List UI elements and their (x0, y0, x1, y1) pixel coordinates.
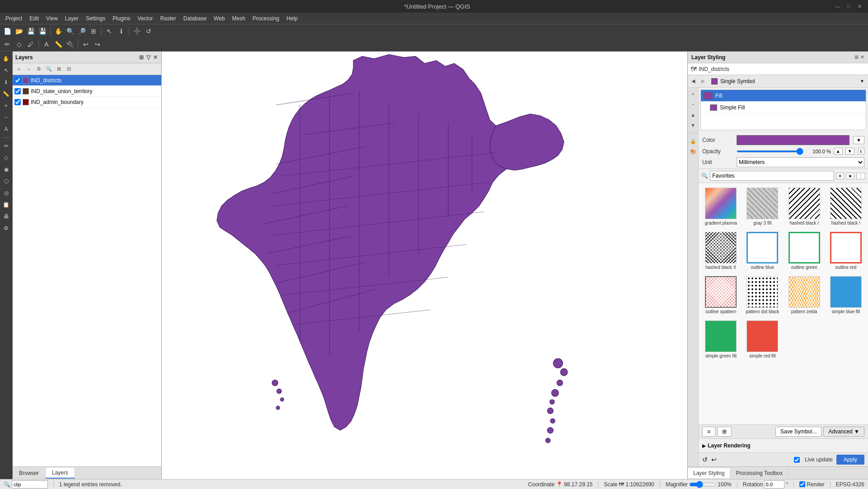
open-btn[interactable]: 📂 (14, 26, 24, 37)
color-picker-btn[interactable]: ▼ (853, 136, 864, 144)
expand-all-btn[interactable]: ⊞ (54, 65, 63, 74)
menu-item-processing[interactable]: Processing (249, 14, 283, 23)
menu-item-database[interactable]: Database (180, 14, 210, 23)
zoom-out-btn[interactable]: 🔎 (76, 26, 87, 37)
maximize-button[interactable]: □ (845, 2, 853, 10)
forward-icon[interactable]: ▶ (701, 78, 709, 84)
menu-item-project[interactable]: Project (2, 14, 26, 23)
layers-filter-icon[interactable]: ⊞ (138, 54, 145, 61)
layer-item-2[interactable]: IND_admin_boundary (13, 97, 161, 108)
sym-cell-7[interactable]: outline red (826, 230, 865, 272)
opacity-down-btn[interactable]: ▼ (845, 148, 854, 155)
float-icon[interactable]: ⊞ (854, 54, 859, 60)
render-checkbox[interactable] (799, 481, 805, 487)
move-down-btn[interactable]: ▼ (689, 121, 698, 130)
layer-styling-tab[interactable]: Layer Styling (688, 468, 730, 478)
edit-btn[interactable]: ✏ (2, 39, 13, 50)
node-tool[interactable]: ◇ (1, 152, 12, 163)
zoom-full-btn[interactable]: ⊞ (88, 26, 99, 37)
close-button[interactable]: ✕ (855, 2, 863, 10)
edit-feature-tool[interactable]: ✏ (1, 141, 12, 151)
redo-btn[interactable]: ↪ (92, 39, 103, 50)
sym-cell-5[interactable]: outline blue (743, 230, 782, 272)
layer-item-1[interactable]: IND_state_union_territory (13, 86, 161, 97)
print-tool[interactable]: 🖶 (1, 211, 12, 222)
label-tool[interactable]: A (1, 124, 12, 135)
layer-rendering-header[interactable]: ▶ Layer Rendering (702, 442, 864, 450)
sym-cell-11[interactable]: simple blue fill (826, 274, 865, 316)
refresh-icon[interactable]: ↺ (702, 456, 708, 463)
map-canvas[interactable] (162, 52, 687, 479)
select-btn[interactable]: ↖ (104, 26, 115, 37)
undo-btn[interactable]: ↩ (80, 39, 91, 50)
menu-item-layer[interactable]: Layer (61, 14, 82, 23)
sym-cell-8[interactable]: outline xpattern (701, 274, 740, 316)
remove-layer-btn[interactable]: − (24, 65, 33, 74)
window-controls[interactable]: — □ ✕ (834, 2, 863, 10)
advanced-btn[interactable]: Advanced ▼ (823, 427, 864, 437)
menu-item-settings[interactable]: Settings (82, 14, 109, 23)
menu-item-edit[interactable]: Edit (26, 14, 42, 23)
add-layer-btn2[interactable]: + (14, 65, 23, 74)
menu-item-mesh[interactable]: Mesh (229, 14, 249, 23)
close-right-icon[interactable]: ✕ (860, 54, 864, 60)
map-area[interactable] (162, 52, 687, 479)
save-as-btn[interactable]: 💾 (37, 26, 48, 37)
opacity-up-btn[interactable]: ▲ (834, 148, 843, 155)
layers-close-icon[interactable]: ✕ (152, 54, 159, 61)
pan-btn[interactable]: ✋ (53, 26, 64, 37)
symbol-search-input[interactable] (710, 171, 834, 181)
remove-symbol-btn[interactable]: − (689, 100, 698, 109)
zoom-in-btn[interactable]: 🔍 (65, 26, 75, 37)
rotation-input[interactable] (764, 480, 784, 489)
label-btn[interactable]: A (41, 39, 52, 50)
symbol-type-dropdown-icon[interactable]: ▼ (860, 79, 864, 84)
save-symbol-btn[interactable]: Save Symbol... (775, 427, 822, 437)
node-btn[interactable]: ◇ (14, 39, 24, 50)
sym-cell-3[interactable]: hashed black \ (826, 186, 865, 227)
add-symbol-btn[interactable]: + (689, 89, 698, 99)
add-feature-tool[interactable]: ⬡ (1, 176, 12, 187)
grid-view-btn[interactable]: ⊞ (717, 427, 732, 437)
digitize-btn[interactable]: 🖊 (25, 39, 36, 50)
filter-layers-btn[interactable]: 🔍 (44, 65, 53, 74)
status-search-input[interactable] (12, 480, 48, 489)
sym-cell-4[interactable]: hashed black X (701, 230, 740, 272)
move-up-btn[interactable]: ▲ (689, 110, 698, 119)
pan-tool[interactable]: ✋ (1, 53, 12, 64)
unit-select[interactable]: Millimeters (737, 157, 864, 167)
sym-cell-1[interactable]: gray 3 fill (743, 186, 782, 227)
buffer-tool[interactable]: ◎ (1, 188, 12, 198)
apply-btn[interactable]: Apply (836, 455, 864, 465)
add-to-favorites-btn[interactable]: ★ (846, 173, 854, 179)
menu-item-web[interactable]: Web (210, 14, 228, 23)
sym-grid-options-btn[interactable]: ⋮ (856, 173, 865, 179)
identify-tool[interactable]: ℹ (1, 77, 12, 88)
measure-tool[interactable]: 📏 (1, 89, 12, 99)
sym-cell-6[interactable]: outline green (785, 230, 824, 272)
opacity-expr-btn[interactable]: ε (858, 148, 864, 155)
layer-checkbox-0[interactable] (14, 77, 21, 84)
menu-item-help[interactable]: Help (283, 14, 302, 23)
open-layer-props-btn[interactable]: ⚙ (34, 65, 43, 74)
new-project-btn[interactable]: 📄 (2, 26, 13, 37)
minimize-button[interactable]: — (834, 2, 842, 10)
color-btn[interactable]: 🎨 (689, 147, 698, 156)
menu-item-view[interactable]: View (42, 14, 61, 23)
sym-cell-2[interactable]: hashed black / (785, 186, 824, 227)
layers-tab[interactable]: Layers (46, 468, 75, 479)
layers-expand-icon[interactable]: ▽ (145, 54, 151, 61)
save-btn[interactable]: 💾 (25, 26, 36, 37)
select-tool[interactable]: ↖ (1, 65, 12, 76)
menu-item-raster[interactable]: Raster (157, 14, 180, 23)
attribute-tool[interactable]: 📋 (1, 199, 12, 210)
sym-cell-13[interactable]: simple red fill (743, 319, 782, 360)
layer-item-0[interactable]: IND_districts (13, 75, 161, 86)
sym-cell-10[interactable]: pattern zelda (785, 274, 824, 316)
measure-btn[interactable]: 📏 (53, 39, 64, 50)
magnifier-slider[interactable] (689, 481, 716, 488)
refresh-btn[interactable]: ↺ (143, 26, 154, 37)
plugin-btn[interactable]: 🔌 (65, 39, 75, 50)
zoom-out-tool[interactable]: − (1, 112, 12, 123)
script-tool[interactable]: ⚙ (1, 223, 12, 234)
